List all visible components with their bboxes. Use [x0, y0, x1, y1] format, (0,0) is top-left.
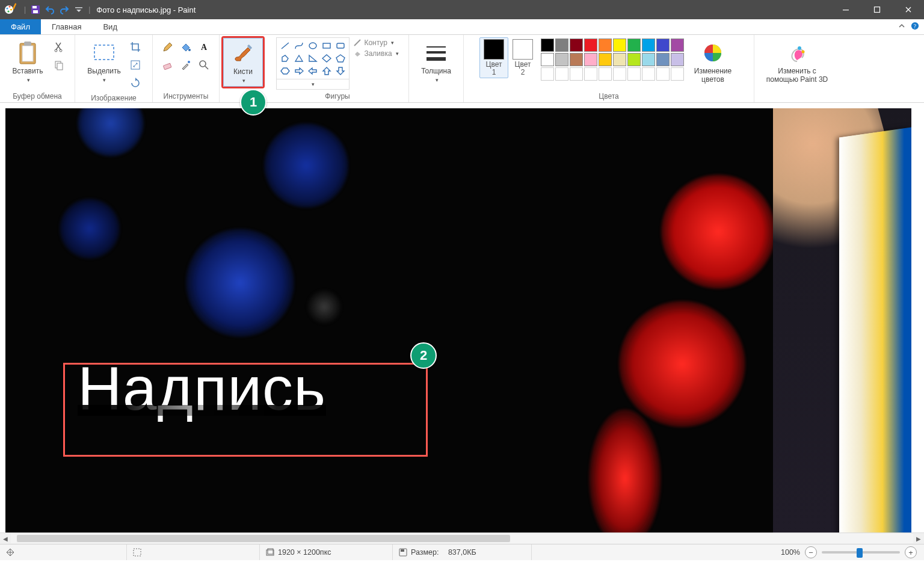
maximize-button[interactable]	[861, 0, 893, 19]
color-swatch[interactable]	[642, 39, 655, 52]
copy-button[interactable]	[51, 57, 67, 73]
zoom-level-label: 100%	[781, 548, 800, 557]
help-button[interactable]: ?	[911, 22, 919, 32]
shape-rounded-rect[interactable]	[334, 40, 347, 52]
cut-button[interactable]	[51, 39, 67, 55]
window-controls	[830, 0, 924, 19]
canvas[interactable]: Надпись	[5, 108, 911, 533]
group-colors: Цвет 1 Цвет 2 Изменение цветов Цвета	[464, 35, 754, 102]
color-swatch[interactable]	[613, 53, 626, 66]
resize-button[interactable]	[127, 57, 144, 73]
selection-size-icon	[133, 548, 141, 557]
shape-arrow-right[interactable]	[292, 65, 306, 77]
custom-color-slot[interactable]	[570, 67, 583, 81]
custom-color-slot[interactable]	[642, 67, 655, 81]
color-swatch[interactable]	[642, 53, 655, 66]
shape-pentagon[interactable]	[334, 52, 347, 64]
qat-undo-button[interactable]	[43, 3, 57, 16]
tab-view[interactable]: Вид	[92, 19, 128, 34]
shape-polygon[interactable]	[279, 52, 292, 64]
horizontal-scrollbar[interactable]: ◀ ▶	[0, 532, 924, 544]
color-swatch[interactable]	[656, 39, 670, 52]
tab-home[interactable]: Главная	[41, 19, 92, 34]
color-swatch[interactable]	[570, 53, 583, 66]
custom-color-slot[interactable]	[627, 67, 641, 81]
crop-button[interactable]	[127, 39, 144, 55]
shape-arrow-left[interactable]	[306, 65, 319, 77]
shape-oval[interactable]	[306, 40, 319, 52]
color-swatch[interactable]	[627, 53, 641, 66]
shape-line[interactable]	[279, 40, 292, 52]
thickness-button[interactable]: Толщина▾	[414, 37, 458, 86]
color-swatch[interactable]	[570, 39, 583, 52]
cursor-position-icon	[6, 548, 14, 557]
color-swatch[interactable]	[541, 39, 554, 52]
pencil-tool[interactable]	[159, 39, 176, 55]
shape-curve[interactable]	[292, 40, 306, 52]
zoom-slider-knob[interactable]	[857, 548, 863, 558]
scroll-thumb[interactable]	[17, 535, 510, 542]
custom-color-slot[interactable]	[555, 67, 568, 81]
custom-color-slot[interactable]	[671, 67, 684, 81]
custom-color-slot[interactable]	[599, 67, 612, 81]
zoom-out-button[interactable]: −	[805, 546, 817, 558]
shape-diamond[interactable]	[320, 52, 333, 64]
zoom-slider[interactable]	[822, 551, 900, 554]
scroll-right-button[interactable]: ▶	[913, 533, 924, 544]
ribbon-collapse-button[interactable]	[898, 22, 906, 32]
text-tool[interactable]: A	[196, 39, 212, 55]
qat-save-button[interactable]	[29, 3, 42, 16]
scroll-left-button[interactable]: ◀	[0, 533, 11, 544]
qat-redo-button[interactable]	[58, 3, 71, 16]
zoom-in-button[interactable]: +	[905, 546, 917, 558]
color-swatch[interactable]	[627, 39, 641, 52]
color-swatch[interactable]	[656, 53, 670, 66]
color-swatch[interactable]	[584, 39, 597, 52]
custom-color-slot[interactable]	[613, 67, 626, 81]
select-button[interactable]: Выделить▾	[82, 37, 126, 86]
eraser-tool[interactable]	[159, 57, 176, 73]
color-swatch[interactable]	[671, 53, 684, 66]
color-2-button[interactable]: Цвет 2	[508, 37, 537, 78]
custom-color-slot[interactable]	[541, 67, 554, 81]
shapes-more-button[interactable]: ▾	[277, 79, 349, 89]
rotate-button[interactable]	[127, 75, 144, 91]
tab-file[interactable]: Файл	[0, 19, 41, 34]
color-swatch[interactable]	[555, 39, 568, 52]
shapes-gallery[interactable]	[276, 37, 350, 79]
paint3d-button[interactable]: Изменить с помощью Paint 3D	[759, 37, 835, 85]
color-picker-tool[interactable]	[177, 57, 194, 73]
scroll-track[interactable]	[11, 534, 913, 543]
qat-customize-button[interactable]	[72, 3, 85, 16]
fill-tool[interactable]	[177, 39, 194, 55]
color-swatch[interactable]	[555, 53, 568, 66]
minimize-button[interactable]	[830, 0, 861, 19]
shape-right-triangle[interactable]	[306, 52, 319, 64]
color-swatch[interactable]	[541, 53, 554, 66]
edit-colors-button[interactable]: Изменение цветов	[688, 37, 738, 85]
magnifier-tool[interactable]	[196, 57, 212, 73]
brushes-button[interactable]: Кисти▾	[223, 38, 263, 87]
svg-point-3	[10, 8, 12, 10]
custom-color-slot[interactable]	[656, 67, 670, 81]
custom-color-slot[interactable]	[584, 67, 597, 81]
shape-outline-button[interactable]: Контур▾	[353, 39, 398, 47]
shape-arrow-down[interactable]	[334, 65, 347, 77]
shape-triangle[interactable]	[292, 52, 306, 64]
color-swatch[interactable]	[671, 39, 684, 52]
close-button[interactable]	[893, 0, 924, 19]
shape-hexagon[interactable]	[279, 65, 292, 77]
group-clipboard: Вставить▾ Буфер обмена	[0, 35, 75, 102]
svg-rect-15	[22, 46, 33, 61]
svg-rect-33	[427, 51, 446, 54]
ribbon: Вставить▾ Буфер обмена Выделить▾ Изо	[0, 35, 924, 103]
color-1-button[interactable]: Цвет 1	[479, 37, 508, 78]
paste-button[interactable]: Вставить▾	[6, 37, 49, 86]
color-swatch[interactable]	[584, 53, 597, 66]
shape-arrow-up[interactable]	[320, 65, 333, 77]
shape-fill-button[interactable]: Заливка▾	[353, 49, 398, 58]
color-swatch[interactable]	[613, 39, 626, 52]
color-swatch[interactable]	[599, 53, 612, 66]
color-swatch[interactable]	[599, 39, 612, 52]
shape-rect[interactable]	[320, 40, 333, 52]
